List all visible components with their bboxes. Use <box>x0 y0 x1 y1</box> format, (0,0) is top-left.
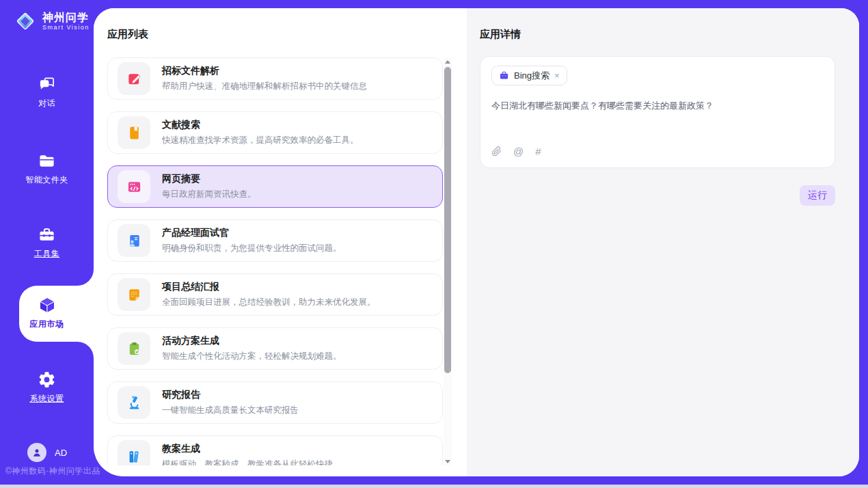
app-item-description: 全面回顾项目进展，总结经验教训，助力未来优化发展。 <box>162 297 376 308</box>
edit-doc-icon <box>118 62 150 95</box>
app-detail-panel: 应用详情 Bing搜索 × 今日湖北有哪些新闻要点？有哪些需要关注的最新政策？ … <box>467 8 859 476</box>
app-item-texts: 招标文件解析 帮助用户快速、准确地理解和解析招标书中的关键信息 <box>162 65 367 92</box>
tool-tag-bing-search[interactable]: Bing搜索 × <box>491 66 567 85</box>
app-item-title: 产品经理面试官 <box>162 227 342 239</box>
user-initials: AD <box>55 448 67 458</box>
app-list-item[interactable]: 文献搜索 快速精准查找学术资源，提高研究效率的必备工具。 <box>107 111 443 154</box>
gear-icon <box>38 370 56 389</box>
app-list-item[interactable]: 项目总结汇报 全面回顾项目进展，总结经验教训，助力未来优化发展。 <box>107 273 443 316</box>
folder-icon <box>38 152 56 170</box>
scrollbar-thumb[interactable] <box>444 67 451 373</box>
app-detail-title: 应用详情 <box>480 28 521 41</box>
sidebar-item-label: 智能文件夹 <box>25 174 68 186</box>
app-item-description: 快速精准查找学术资源，提高研究效率的必备工具。 <box>162 135 359 146</box>
app-item-texts: 网页摘要 每日政府新闻资讯快查。 <box>162 173 256 200</box>
chat-icon <box>38 75 56 94</box>
app-item-title: 网页摘要 <box>162 173 256 185</box>
sidebar-item-settings[interactable]: 系统设置 <box>0 370 94 405</box>
mention-icon[interactable]: @ <box>513 146 524 157</box>
briefcase-icon <box>499 70 509 81</box>
brand-subtitle: Smart Vision <box>42 24 90 31</box>
brand-name: 神州问学 <box>42 12 90 24</box>
sidebar: 神州问学 Smart Vision 对话 智能文件夹 工具集 应用市场 系统设置… <box>0 0 94 485</box>
app-list-item[interactable]: 教案生成 模板驱动，教案秒成，教学准备从此轻松快捷 <box>107 435 443 465</box>
sidebar-item-toolset[interactable]: 工具集 <box>0 226 94 260</box>
app-list-item[interactable]: 招标文件解析 帮助用户快速、准确地理解和解析招标书中的关键信息 <box>107 57 443 100</box>
bubble-curve-top <box>77 269 94 286</box>
app-item-title: 文献搜索 <box>162 119 359 131</box>
app-item-description: 每日政府新闻资讯快查。 <box>162 189 256 200</box>
browser-icon <box>118 170 150 203</box>
books-icon <box>118 440 150 465</box>
person-icon <box>31 446 43 459</box>
app-item-texts: 文献搜索 快速精准查找学术资源，提高研究效率的必备工具。 <box>162 119 359 146</box>
app-list-item[interactable]: 网页摘要 每日政府新闻资讯快查。 <box>107 165 443 208</box>
app-list-item[interactable]: 研究报告 一键智能生成高质量长文本研究报告 <box>107 381 443 424</box>
bubble-curve-bottom <box>77 342 94 358</box>
app-item-title: 活动方案生成 <box>162 335 342 347</box>
prompt-input[interactable]: 今日湖北有哪些新闻要点？有哪些需要关注的最新政策？ <box>491 99 824 113</box>
scroll-down-arrow-icon[interactable] <box>444 457 452 465</box>
app-list-item[interactable]: 活动方案生成 智能生成个性化活动方案，轻松解决规划难题。 <box>107 327 443 370</box>
app-item-title: 招标文件解析 <box>162 65 367 77</box>
app-list-panel: 应用列表 招标文件解析 帮助用户快速、准确地理解和解析招标书中的关键信息 文献搜… <box>94 8 467 476</box>
avatar <box>27 443 46 462</box>
app-item-texts: 研究报告 一键智能生成高质量长文本研究报告 <box>162 389 299 416</box>
book-icon <box>118 116 150 149</box>
diamond-logo-icon <box>12 8 38 34</box>
prompt-editor-card: Bing搜索 × 今日湖北有哪些新闻要点？有哪些需要关注的最新政策？ @ # <box>480 56 835 168</box>
sidebar-item-label: 对话 <box>38 98 55 109</box>
toolbox-icon <box>38 226 56 244</box>
copyright-footer: ©神州数码·神州问学出品 <box>5 465 100 477</box>
app-item-title: 研究报告 <box>162 389 299 401</box>
app-list: 招标文件解析 帮助用户快速、准确地理解和解析招标书中的关键信息 文献搜索 快速精… <box>107 57 443 465</box>
app-item-description: 明确身份和职责，为您提供专业性的面试问题。 <box>162 243 342 254</box>
interview-icon <box>118 224 150 257</box>
clipboard-icon <box>118 332 150 365</box>
bottom-strip <box>0 485 868 488</box>
main-content: 应用列表 招标文件解析 帮助用户快速、准确地理解和解析招标书中的关键信息 文献搜… <box>94 8 859 476</box>
app-item-title: 项目总结汇报 <box>162 281 376 293</box>
app-item-texts: 活动方案生成 智能生成个性化活动方案，轻松解决规划难题。 <box>162 335 342 362</box>
app-item-texts: 教案生成 模板驱动，教案秒成，教学准备从此轻松快捷 <box>162 443 333 465</box>
app-list-item[interactable]: 产品经理面试官 明确身份和职责，为您提供专业性的面试问题。 <box>107 219 443 262</box>
sidebar-item-label: 系统设置 <box>30 393 64 405</box>
run-button[interactable]: 运行 <box>800 185 835 206</box>
sidebar-item-label: 工具集 <box>34 248 60 260</box>
user-account-chip[interactable]: AD <box>27 443 67 462</box>
attachment-icon[interactable] <box>491 146 502 157</box>
note-icon <box>118 278 150 311</box>
microscope-icon <box>118 386 150 419</box>
sidebar-item-smart-folder[interactable]: 智能文件夹 <box>0 152 94 186</box>
cube-icon <box>38 295 57 314</box>
sidebar-item-app-market[interactable]: 应用市场 <box>0 295 94 330</box>
brand-logo: 神州问学 Smart Vision <box>12 8 90 34</box>
topic-icon[interactable]: # <box>535 146 541 157</box>
sidebar-item-chat[interactable]: 对话 <box>0 75 94 109</box>
tool-tag-label: Bing搜索 <box>514 70 550 82</box>
scroll-up-arrow-icon[interactable] <box>444 57 452 66</box>
close-icon[interactable]: × <box>554 71 560 80</box>
app-list-title: 应用列表 <box>107 28 148 41</box>
app-item-description: 智能生成个性化活动方案，轻松解决规划难题。 <box>162 351 342 362</box>
app-item-texts: 产品经理面试官 明确身份和职责，为您提供专业性的面试问题。 <box>162 227 342 254</box>
app-list-scrollbar[interactable] <box>444 57 452 465</box>
app-item-texts: 项目总结汇报 全面回顾项目进展，总结经验教训，助力未来优化发展。 <box>162 281 376 308</box>
app-item-description: 帮助用户快速、准确地理解和解析招标书中的关键信息 <box>162 81 367 92</box>
app-item-description: 一键智能生成高质量长文本研究报告 <box>162 405 299 416</box>
app-item-title: 教案生成 <box>162 443 333 455</box>
sidebar-item-label: 应用市场 <box>30 318 64 330</box>
app-item-description: 模板驱动，教案秒成，教学准备从此轻松快捷 <box>162 459 333 465</box>
editor-toolbar: @ # <box>491 146 541 157</box>
